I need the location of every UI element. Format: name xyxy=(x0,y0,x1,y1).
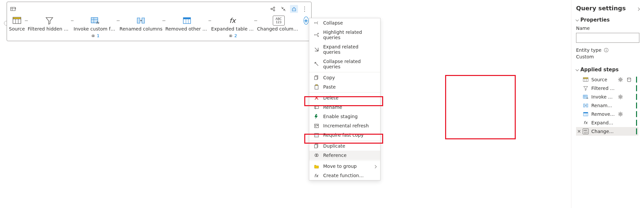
step-settings-button[interactable] xyxy=(617,94,623,100)
add-step-button[interactable]: + xyxy=(304,17,309,25)
abc123-icon: ABC123 xyxy=(583,128,589,134)
applied-step-label: Invoke cust… xyxy=(591,94,615,100)
step-settings-button[interactable] xyxy=(617,77,623,82)
applied-steps-label: Applied steps xyxy=(580,67,618,73)
chevron-right-icon[interactable] xyxy=(637,5,639,12)
diagram-step[interactable]: ABC123 Changed column… xyxy=(257,16,300,32)
table-fx-icon xyxy=(583,94,589,100)
table-orange-icon xyxy=(583,77,589,83)
name-label: Name xyxy=(576,26,639,31)
menu-item-label: Duplicate xyxy=(323,143,345,149)
step-stripe xyxy=(636,85,637,91)
step-connector xyxy=(254,16,257,25)
step-reference-count[interactable]: 2 xyxy=(228,33,237,38)
highlight-applied-steps xyxy=(445,75,516,139)
table-orange-icon xyxy=(12,16,22,25)
menu-item-copy[interactable]: Copy xyxy=(309,73,380,82)
query-diagram: ⋮ Source Filtered hidden fi… Invoke cust… xyxy=(7,2,312,41)
duplicate-icon xyxy=(314,143,319,149)
diagram-step-label: Invoke custom fu… xyxy=(74,26,117,32)
menu-item-fx-sm[interactable]: Create function… xyxy=(309,171,380,180)
step-stripe xyxy=(636,94,637,100)
entity-type-row: Entity type xyxy=(576,47,639,53)
menu-item-label: Collapse xyxy=(323,20,343,26)
home-view-button[interactable] xyxy=(290,5,298,13)
remove-step-button[interactable]: ✕ xyxy=(577,129,581,134)
menu-separator xyxy=(309,92,380,93)
step-settings-button[interactable] xyxy=(617,111,623,117)
fx-icon xyxy=(583,120,589,126)
menu-item-label: Collapse related queries xyxy=(323,59,376,69)
menu-item-collapse[interactable]: Collapse xyxy=(309,18,380,28)
panel-title: Query settings xyxy=(576,5,626,12)
applied-step[interactable]: Renamed c… xyxy=(576,101,638,110)
step-reference-count[interactable]: 1 xyxy=(91,33,99,38)
applied-step[interactable]: Source xyxy=(576,75,638,84)
menu-item-label: Delete xyxy=(323,95,338,101)
menu-item-delete[interactable]: Delete xyxy=(309,93,380,103)
step-connector xyxy=(117,16,119,25)
incremental-icon xyxy=(314,123,319,128)
chevron-right-icon xyxy=(374,164,376,169)
menu-item-paste[interactable]: Paste xyxy=(309,82,380,92)
reference-icon xyxy=(314,153,319,158)
applied-step[interactable]: Filtered hid… xyxy=(576,84,638,93)
menu-item-rename[interactable]: Rename xyxy=(309,103,380,112)
table-icon xyxy=(9,6,17,12)
properties-section-header[interactable]: Properties xyxy=(576,17,639,23)
menu-item-label: Require fast copy xyxy=(323,132,364,138)
diagram-step[interactable]: Removed other c… xyxy=(165,16,208,32)
diagram-step[interactable]: Filtered hidden fi… xyxy=(28,16,71,32)
menu-item-label: Move to group xyxy=(323,164,357,169)
delete-icon xyxy=(314,95,319,101)
menu-item-reference[interactable]: Reference xyxy=(309,151,380,160)
table-blue-icon xyxy=(583,111,589,117)
diagram-step-label: Changed column… xyxy=(257,26,300,32)
menu-item-label: Highlight related queries xyxy=(323,30,376,40)
diagram-step-label: Expanded table c… xyxy=(211,26,254,32)
applied-step[interactable]: Removed o… xyxy=(576,110,638,118)
diagram-step-label: Filtered hidden fi… xyxy=(28,26,71,32)
fastcopy-icon xyxy=(314,132,319,138)
diagram-step-label: Removed other c… xyxy=(165,26,208,32)
menu-item-label: Expand related queries xyxy=(323,44,376,55)
menu-item-label: Enable staging xyxy=(323,114,358,119)
table-fx-icon xyxy=(90,16,100,25)
applied-step-label: Expanded t… xyxy=(591,120,615,125)
diagram-step[interactable]: Renamed columns xyxy=(120,16,163,32)
applied-step[interactable]: Expanded t… xyxy=(576,118,638,127)
diagram-step[interactable]: Source xyxy=(9,16,25,32)
menu-item-incremental[interactable]: Incremental refresh xyxy=(309,121,380,130)
folder-icon xyxy=(314,164,319,169)
menu-item-duplicate[interactable]: Duplicate xyxy=(309,141,380,151)
applied-step-label: Renamed c… xyxy=(591,103,615,108)
more-options-button[interactable]: ⋮ xyxy=(301,5,309,13)
menu-item-expand-related[interactable]: Expand related queries xyxy=(309,42,380,57)
applied-step[interactable]: ✕ABC123Changed c… xyxy=(576,127,638,136)
applied-steps-section-header[interactable]: Applied steps xyxy=(576,67,639,73)
abc123-icon: ABC123 xyxy=(273,16,285,25)
name-input[interactable] xyxy=(576,33,639,43)
menu-item-highlight-related[interactable]: Highlight related queries xyxy=(309,28,380,42)
diagram-step[interactable]: Invoke custom fu… 1 xyxy=(74,16,117,38)
fx-sm-icon xyxy=(314,173,319,178)
highlight-related-icon xyxy=(314,32,319,37)
menu-item-folder[interactable]: Move to group xyxy=(309,162,380,171)
paste-icon xyxy=(314,84,319,90)
panel-title-row: Query settings xyxy=(576,5,639,12)
copy-icon xyxy=(314,75,319,80)
share-lineage-button[interactable] xyxy=(269,5,277,13)
funnel-icon xyxy=(45,16,54,25)
diagram-step-label: Source xyxy=(9,26,25,32)
diagram-step[interactable]: Expanded table c… 2 xyxy=(211,16,254,38)
entity-type-value: Custom xyxy=(576,54,639,59)
menu-item-staging[interactable]: Enable staging xyxy=(309,112,380,121)
compress-view-button[interactable] xyxy=(279,5,287,13)
step-connector xyxy=(71,16,74,25)
menu-item-collapse-related[interactable]: Collapse related queries xyxy=(309,57,380,71)
chevron-down-icon xyxy=(576,17,578,23)
step-stripe xyxy=(636,103,637,108)
menu-item-fastcopy[interactable]: Require fast copy xyxy=(309,130,380,140)
step-stripe xyxy=(636,111,637,117)
applied-step[interactable]: Invoke cust… xyxy=(576,93,638,101)
